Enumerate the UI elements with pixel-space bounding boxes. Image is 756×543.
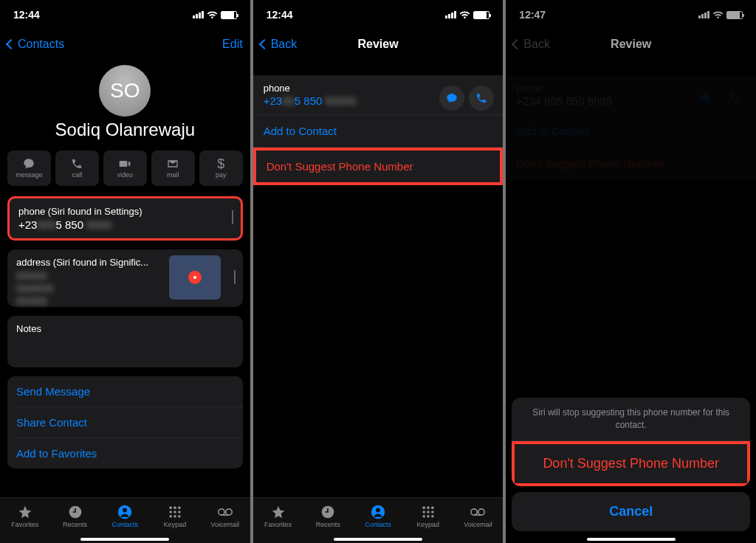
mail-label: mail [167, 171, 179, 179]
svg-point-18 [422, 506, 425, 509]
pay-label: pay [216, 171, 227, 179]
home-indicator[interactable] [80, 538, 169, 541]
screen-review-actionsheet: 12:47 Back Review phone +234 805 850 869… [506, 0, 756, 543]
tab-favorites[interactable]: Favorites [0, 498, 50, 534]
phone-icon [70, 158, 83, 170]
notes-card[interactable]: Notes [7, 316, 243, 367]
share-contact-link[interactable]: Share Contact [7, 407, 243, 437]
svg-point-25 [427, 515, 430, 518]
svg-point-3 [169, 506, 172, 509]
address-siri-card[interactable]: address (Siri found in Signific... 00000… [7, 249, 243, 307]
tab-keypad[interactable]: Keypad [150, 498, 200, 534]
svg-point-19 [427, 506, 430, 509]
status-indicators [445, 11, 489, 19]
tab-voicemail[interactable]: Voicemail [453, 498, 504, 534]
home-indicator[interactable] [334, 538, 422, 541]
phone-siri-card[interactable]: phone (Siri found in Settings) +230005 8… [7, 196, 243, 241]
tab-keypad[interactable]: Keypad [403, 498, 453, 534]
screen-review: 12:44 Back Review phone +23005 850 00000… [253, 0, 504, 543]
svg-point-27 [471, 508, 477, 514]
tab-favorites[interactable]: Favorites [253, 498, 303, 534]
nav-header: Contacts Edit [0, 30, 250, 59]
tab-contacts[interactable]: Contacts [100, 498, 150, 534]
svg-point-6 [169, 511, 172, 513]
nav-header: Back Review [253, 30, 504, 59]
message-button[interactable]: message [7, 151, 51, 186]
home-indicator[interactable] [587, 538, 676, 541]
send-message-link[interactable]: Send Message [7, 376, 243, 407]
voicemail-icon [217, 505, 233, 519]
back-label: Contacts [18, 38, 64, 51]
contact-links: Send Message Share Contact Add to Favori… [7, 376, 243, 468]
message-label: message [16, 171, 43, 179]
svg-point-11 [178, 515, 181, 518]
video-icon [118, 158, 131, 170]
tab-contacts[interactable]: Contacts [353, 498, 403, 534]
svg-point-22 [427, 511, 430, 513]
back-button[interactable]: Back [261, 38, 298, 51]
sheet-dont-suggest-button[interactable]: Don't Suggest Phone Number [512, 441, 750, 486]
voicemail-icon [470, 505, 486, 519]
video-label: video [117, 171, 134, 179]
add-favorites-link[interactable]: Add to Favorites [7, 438, 243, 468]
status-bar: 12:44 [253, 0, 504, 30]
svg-point-26 [431, 515, 434, 518]
sheet-group-main: Siri will stop suggesting this phone num… [512, 398, 750, 486]
tab-recents[interactable]: Recents [50, 498, 100, 534]
svg-point-4 [173, 506, 176, 509]
star-icon [17, 505, 33, 519]
chevron-left-icon [259, 39, 269, 49]
svg-point-10 [173, 515, 176, 518]
cellular-icon [193, 11, 204, 18]
wifi-icon [459, 11, 470, 19]
notes-label: Notes [16, 323, 234, 334]
phone-card-label: phone (Siri found in Settings) [18, 206, 232, 217]
svg-point-24 [422, 515, 425, 518]
cellular-icon [445, 11, 456, 18]
battery-icon [473, 11, 489, 19]
svg-point-17 [376, 508, 380, 512]
message-icon [446, 92, 458, 104]
review-list: phone +23005 850 00000 Add to Contact Do… [253, 75, 504, 185]
battery-icon [221, 11, 237, 19]
call-label: call [72, 171, 83, 179]
phone-row[interactable]: phone +23005 850 00000 [253, 75, 504, 114]
message-icon [22, 158, 35, 170]
status-bar: 12:44 [0, 0, 250, 30]
keypad-icon [167, 505, 183, 519]
sheet-group-cancel: Cancel [512, 492, 750, 531]
svg-point-12 [219, 508, 224, 514]
status-time: 12:44 [13, 9, 40, 21]
mail-button[interactable]: mail [151, 151, 195, 186]
tab-voicemail[interactable]: Voicemail [200, 498, 250, 534]
svg-point-23 [431, 511, 434, 513]
dont-suggest-link[interactable]: Don't Suggest Phone Number [253, 148, 504, 185]
contact-actions: message call video mail $pay [0, 151, 250, 186]
screen-contact-card: 12:44 Contacts Edit SO Sodiq Olanrewaju … [0, 0, 250, 543]
dollar-icon: $ [214, 158, 227, 170]
phone-card-value: +230005 850 0000 [18, 218, 232, 231]
tab-bar: Favorites Recents Contacts Keypad Voicem… [253, 497, 504, 543]
wifi-icon [207, 11, 218, 19]
back-label: Back [271, 38, 298, 51]
person-icon [117, 505, 133, 519]
chevron-right-icon [232, 212, 233, 225]
video-button[interactable]: video [103, 151, 147, 186]
add-to-contact-link[interactable]: Add to Contact [253, 115, 504, 147]
call-button[interactable]: call [55, 151, 99, 186]
sheet-message: Siri will stop suggesting this phone num… [512, 398, 750, 440]
map-thumbnail[interactable] [169, 255, 221, 300]
tab-recents[interactable]: Recents [303, 498, 353, 534]
pay-button[interactable]: $pay [199, 151, 243, 186]
mail-icon [166, 158, 179, 170]
status-indicators [193, 11, 237, 19]
clock-icon [67, 505, 83, 519]
avatar: SO [99, 65, 151, 117]
edit-button[interactable]: Edit [222, 38, 243, 51]
svg-point-9 [169, 515, 172, 518]
back-button[interactable]: Contacts [7, 38, 64, 51]
svg-point-2 [123, 508, 127, 512]
sheet-cancel-button[interactable]: Cancel [512, 492, 750, 531]
avatar-initials: SO [110, 79, 140, 103]
contact-name: Sodiq Olanrewaju [0, 120, 250, 140]
